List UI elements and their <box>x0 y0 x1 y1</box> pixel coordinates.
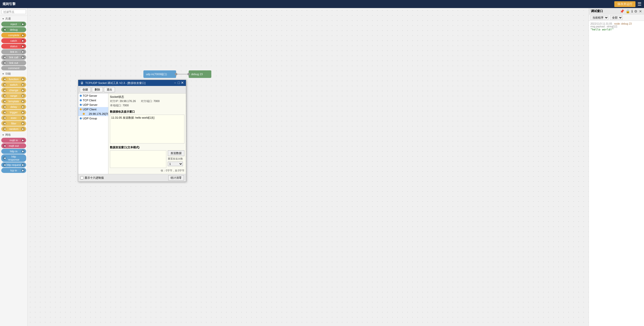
delete-button[interactable]: 删除 <box>92 87 103 92</box>
node-label-inject: inject <box>6 23 21 26</box>
send-textarea[interactable] <box>110 150 166 168</box>
sidebar-node-complete[interactable]: complete▶ <box>1 33 26 38</box>
conn-label: UDP Group <box>83 117 97 120</box>
dialog-close-button[interactable]: ✕ <box>181 81 184 85</box>
sidebar-node-function[interactable]: ◀function▶ <box>1 77 26 82</box>
send-button[interactable]: 发送数据 <box>168 150 184 156</box>
conn-item-29_98_176_26_7000_[interactable]: 29.98.176.26[7000] <box>78 112 108 116</box>
node-label-mqtt_in: mqtt in <box>6 139 21 142</box>
section-header-common[interactable]: ▼ 共通 <box>0 16 27 21</box>
repeat-select[interactable]: 1 2 5 10 <box>168 162 183 166</box>
conn-item-UDP_Client[interactable]: UDP Client <box>78 107 108 112</box>
hex-check-container: 显示十六进制值 <box>80 176 104 180</box>
sidebar-node-inject[interactable]: inject▶ <box>1 22 26 27</box>
node-label-link_in: link in <box>6 50 21 53</box>
node-port-right: ▶ <box>21 163 25 167</box>
node-port-right: ▶ <box>21 83 25 86</box>
sidebar-node-comment[interactable]: comment <box>1 66 26 70</box>
node-port-right: ▶ <box>21 105 25 109</box>
conn-dot <box>80 95 82 97</box>
node-port-right: ▶ <box>21 22 25 26</box>
dialog-right-panel: Socket状态 对方IP: 39.98.176.26 对方端口: 7000 本… <box>108 94 186 174</box>
create-button[interactable]: 创建 <box>80 87 91 92</box>
conn-item-TCP_Server[interactable]: TCP Server <box>78 94 108 98</box>
node-port-right: ▶ <box>21 50 25 54</box>
sidebar-node-filter[interactable]: ◀filter▶ <box>1 121 26 126</box>
peer-ip-label: 对方IP: <box>110 100 119 103</box>
debug-panel-title: 调试窗口 <box>591 9 603 13</box>
sidebar-node-random[interactable]: ◀random▶ <box>1 126 26 131</box>
canvas[interactable]: udp in(7000端口) debug 23 🖥 TCP/UDP Socket… <box>28 8 589 326</box>
peer-port-label: 对方端口: <box>141 100 153 103</box>
flow-node-body-udp_in: udp in(7000端口) <box>143 70 176 78</box>
flow-node-body-debug23: debug 23 <box>189 70 211 78</box>
sidebar-node-http_request[interactable]: ◀http request▶ <box>1 162 26 167</box>
sidebar-node-delay[interactable]: ◀delay▶ <box>1 104 26 109</box>
dialog-maximize-button[interactable]: □ <box>178 81 180 85</box>
sidebar-node-range[interactable]: ◀range▶ <box>1 93 26 98</box>
sidebar-node-status[interactable]: status▶ <box>1 44 26 49</box>
exit-button[interactable]: 退出 <box>104 87 115 92</box>
dialog-minimize-button[interactable]: － <box>173 81 177 85</box>
conn-item-UDP_Server[interactable]: UDP Server <box>78 103 108 107</box>
sidebar-node-mqtt_out[interactable]: ◀mqtt out <box>1 143 26 148</box>
sidebar-node-link_in[interactable]: link in▶ <box>1 49 26 54</box>
sidebar-node-template[interactable]: ◀template▶ <box>1 99 26 104</box>
flow-node-label-udp_in: udp in(7000端口) <box>146 72 167 76</box>
node-label-catch: catch <box>6 39 21 42</box>
sidebar-node-http_response[interactable]: ◀http response <box>1 154 26 162</box>
deploy-button[interactable]: 保存并运行 <box>614 1 635 7</box>
conn-dot <box>80 108 82 110</box>
sidebar-node-change[interactable]: ◀change▶ <box>1 88 26 93</box>
close-debug-icon[interactable]: ✕ <box>639 9 642 13</box>
stats-clear-button[interactable]: 统计清零 <box>168 175 184 180</box>
lock-icon[interactable]: 🔒 <box>626 9 630 13</box>
menu-icon[interactable]: ☰ <box>637 1 641 7</box>
dialog-title-text: TCP/UDP Socket 调试工具 V2.3 - [数据收发窗口] <box>85 81 145 85</box>
sidebar-node-catch[interactable]: catch▶ <box>1 38 26 43</box>
stats-bar: 收：0字节，发:0字节 <box>110 169 184 172</box>
node-port-left: ◀ <box>3 122 6 125</box>
info-icon[interactable]: ℹ <box>631 9 633 13</box>
conn-item-UDP_Group[interactable]: UDP Group <box>78 116 108 121</box>
section-header-network[interactable]: ▼ 网络 <box>0 132 27 137</box>
debug-header: 调试窗口 📌 🔒 ℹ ⚙ ✕ <box>589 8 644 15</box>
flow-node-udp_in[interactable]: udp in(7000端口) <box>143 70 176 78</box>
repeat-label: 重置发送次数 <box>168 157 184 161</box>
debug-type-info: msg.payload : string[12] <box>590 25 642 28</box>
chevron-icon: ▼ <box>2 134 4 136</box>
flow-filter-select[interactable]: 当前程序 <box>590 15 609 20</box>
settings-icon[interactable]: ⚙ <box>634 9 637 13</box>
socket-status-label: Socket状态 <box>110 95 184 99</box>
dialog-app-icon: 🖥 <box>80 81 84 85</box>
node-label-debug: debug <box>6 28 21 31</box>
node-label-complete: complete <box>6 34 21 37</box>
search-container <box>0 8 27 16</box>
sidebar-node-link_call[interactable]: ◀link call▶ <box>1 55 26 60</box>
pin-icon[interactable]: 📌 <box>620 9 624 13</box>
status-section: Socket状态 对方IP: 39.98.176.26 对方端口: 7000 本… <box>110 95 184 108</box>
hex-checkbox[interactable] <box>80 176 84 179</box>
sidebar-node-http_in[interactable]: http in▶ <box>1 149 26 154</box>
all-filter-select[interactable]: 全部 <box>610 15 623 20</box>
section-header-function[interactable]: ▼ 功能 <box>0 71 27 76</box>
sidebar-node-link_out[interactable]: ◀link out <box>1 60 26 65</box>
conn-label: UDP Server <box>83 103 97 106</box>
node-port-right: ▶ <box>21 111 25 114</box>
debug-entry: 2022/11/3 11:31:05 node: debug 23 msg.pa… <box>590 22 642 31</box>
sidebar-node-tcp_in[interactable]: tcp in▶ <box>1 168 26 173</box>
flow-node-debug23[interactable]: debug 23 <box>189 70 211 78</box>
sidebar-node-switch[interactable]: ◀switch▶ <box>1 82 26 87</box>
sidebar-node-debug[interactable]: ◀debug <box>1 27 26 32</box>
node-port-right: ▶ <box>21 138 25 142</box>
dialog-toolbar: 创建 删除 退出 <box>78 86 186 94</box>
node-port-left: ◀ <box>3 77 6 81</box>
sidebar-node-trigger[interactable]: ◀trigger▶ <box>1 110 26 115</box>
search-input[interactable] <box>2 10 26 14</box>
sidebar-node-mqtt_in[interactable]: mqtt in▶ <box>1 138 26 143</box>
node-label-mqtt_out: mqtt out <box>6 144 21 147</box>
sidebar-node-exec[interactable]: ◀exec▶ <box>1 115 26 120</box>
conn-item-TCP_Client[interactable]: TCP Client <box>78 98 108 103</box>
flow-port-right <box>175 73 177 75</box>
conn-dot <box>83 113 85 115</box>
